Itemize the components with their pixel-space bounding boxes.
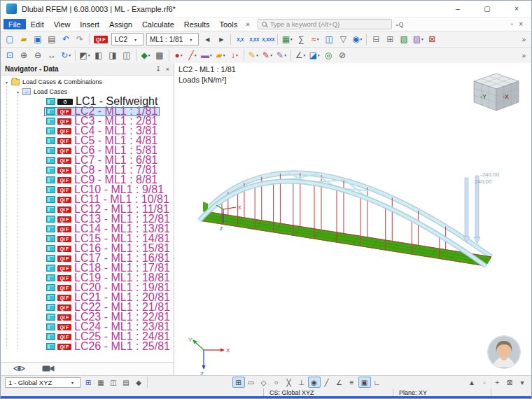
snap-angle-icon[interactable]: ∠ <box>333 377 346 388</box>
visibility-eye-icon[interactable] <box>13 363 25 375</box>
coordinate-system-combobox[interactable]: 1 - Global XYZ ▾ <box>5 377 80 388</box>
menu-file[interactable]: File <box>4 19 26 29</box>
plane-yz-icon[interactable]: ▤ <box>120 377 132 388</box>
more-options-icon[interactable]: ▾ <box>516 377 528 388</box>
open-model-icon[interactable]: ▰ <box>17 33 31 46</box>
camera-views-icon[interactable] <box>42 363 55 375</box>
dock-panel-icon[interactable]: ↧ <box>155 66 161 73</box>
model-viewport[interactable]: -240.00 240.00 X Z X Y <box>174 63 531 375</box>
menu-overflow-chevron[interactable]: » <box>242 20 253 28</box>
new-node-icon[interactable]: ●▾ <box>172 49 186 62</box>
snap-nearest-icon[interactable]: ╱ <box>321 377 333 388</box>
decimals-2-icon[interactable]: X,XX <box>247 33 261 46</box>
grid-view-icon[interactable]: ⊞ <box>383 33 397 46</box>
isometric-view-icon[interactable]: ◩▾ <box>78 49 92 62</box>
zoom-in-icon[interactable]: ⊕ <box>17 49 31 62</box>
results-icon[interactable]: ≈▾ <box>308 33 322 46</box>
box-select-icon[interactable]: ▫ <box>478 377 491 388</box>
collapse-caret-icon[interactable]: ▾ <box>4 80 10 85</box>
sections-icon[interactable]: ⊟ <box>369 33 383 46</box>
zoom-window-icon[interactable]: ⊡ <box>3 49 17 62</box>
user-avatar[interactable] <box>488 336 520 368</box>
next-load-case-button[interactable]: ▶ <box>214 33 228 46</box>
close-panel-icon[interactable]: × <box>166 66 169 73</box>
clipping-icon[interactable]: ⊘ <box>335 49 349 62</box>
edit-red-pencil-icon[interactable]: ✎▾ <box>260 49 274 62</box>
snap-tangent-icon[interactable]: ◉ <box>308 377 321 388</box>
filter-icon[interactable]: ▽ <box>336 33 350 46</box>
close-panel-icon[interactable]: × <box>519 20 523 28</box>
menu-results[interactable]: Results <box>179 19 215 29</box>
zoom-out-icon[interactable]: ⊖ <box>31 49 45 62</box>
float-panel-icon[interactable]: ▫ <box>511 20 514 28</box>
menu-calculate[interactable]: Calculate <box>137 19 179 29</box>
toolbar-overflow-chevron[interactable]: » <box>518 52 529 59</box>
display-options-icon[interactable]: ▧ <box>397 33 411 46</box>
menu-view[interactable]: View <box>49 19 76 29</box>
tree-node-load-cases[interactable]: ▾ Load Cases <box>1 87 174 97</box>
previous-load-case-button[interactable]: ◀ <box>200 33 214 46</box>
object-snap-icon[interactable]: ▣ <box>358 377 371 388</box>
decimals-3-icon[interactable]: X,XXX <box>261 33 275 46</box>
grid-settings-icon[interactable]: ▦ <box>94 377 107 388</box>
rotate-view-icon[interactable]: ↻▾ <box>59 49 73 62</box>
undo-icon[interactable]: ↶ <box>59 33 73 46</box>
new-member-icon[interactable]: ▬▾ <box>200 49 214 62</box>
load-case-combobox[interactable]: LC2 ▾ <box>111 33 144 46</box>
load-case-row[interactable]: QI FLC26 - ML1 : 25/81 <box>1 342 174 351</box>
menu-edit[interactable]: Edit <box>26 19 49 29</box>
view-z-icon[interactable]: ◫ <box>120 49 134 62</box>
snap-perpendicular-icon[interactable]: ⊥ <box>295 377 308 388</box>
decimals-1-icon[interactable]: X,X <box>233 33 247 46</box>
visibility-icon[interactable]: ◉▾ <box>350 33 364 46</box>
visibility-mode-icon[interactable]: ◎ <box>321 49 335 62</box>
ortho-mode-icon[interactable]: ∟ <box>371 377 384 388</box>
new-line-icon[interactable]: ╱▾ <box>186 49 200 62</box>
tables-icon[interactable]: ▦▾ <box>280 33 294 46</box>
snap-center-icon[interactable]: ○ <box>270 377 283 388</box>
notes-icon[interactable]: ▨▾ <box>411 33 425 46</box>
snap-midpoint-icon[interactable]: ◇ <box>258 377 270 388</box>
toolbar-overflow-chevron[interactable]: » <box>518 36 529 43</box>
tree-node-load-cases-combinations[interactable]: ▾ Load Cases & Combinations <box>1 77 174 87</box>
new-surface-icon[interactable]: ▰▾ <box>214 49 227 62</box>
view-y-icon[interactable]: ◨ <box>106 49 120 62</box>
navigation-cube[interactable]: -Y -X <box>461 70 526 120</box>
pan-view-icon[interactable]: ↔ <box>45 49 59 62</box>
guidelines-icon[interactable]: ≡ <box>346 377 358 388</box>
work-plane-icon[interactable]: ⊞ <box>82 377 94 388</box>
section-icon[interactable]: ◪▾ <box>307 49 321 62</box>
menu-assign[interactable]: Assign <box>104 19 137 29</box>
load-table-icon[interactable]: ◫ <box>322 33 336 46</box>
print-icon[interactable]: ▤ <box>45 33 59 46</box>
save-model-icon[interactable]: ▣ <box>31 33 45 46</box>
view-x-icon[interactable]: ◧ <box>92 49 106 62</box>
collapse-caret-icon[interactable]: ▾ <box>15 90 21 94</box>
search-box[interactable] <box>258 19 392 29</box>
moving-load-combobox[interactable]: ML1 : 1/81 ▾ <box>146 33 199 46</box>
lock-view-icon[interactable]: ⊠ <box>503 377 516 388</box>
redo-icon[interactable]: ↷ <box>73 33 87 46</box>
close-button[interactable]: × <box>502 1 531 17</box>
menu-tools[interactable]: Tools <box>214 19 242 29</box>
calculation-icon[interactable]: ∑ <box>294 33 308 46</box>
display-properties-icon[interactable]: ▩ <box>153 49 167 62</box>
select-mode-icon[interactable]: ▲ <box>465 377 478 388</box>
minimize-button[interactable]: – <box>443 1 472 17</box>
search-options-icon[interactable]: =Q <box>396 21 404 28</box>
move-mode-icon[interactable]: ＋ <box>491 377 503 388</box>
measure-icon[interactable]: ∠▾ <box>293 49 307 62</box>
snap-grid-icon[interactable]: ⊞ <box>232 377 245 388</box>
snap-endpoint-icon[interactable]: ▭ <box>245 377 258 388</box>
maximize-button[interactable]: ▢ <box>472 1 502 17</box>
render-mode-icon[interactable]: ◆▾ <box>139 49 153 62</box>
edit-purple-pencil-icon[interactable]: ✎▾ <box>274 49 288 62</box>
snap-intersection-icon[interactable]: ╳ <box>283 377 295 388</box>
edit-yellow-pencil-icon[interactable]: ✎▾ <box>246 49 260 62</box>
new-model-icon[interactable]: ▢ <box>3 33 17 46</box>
search-input[interactable] <box>270 20 388 28</box>
menu-insert[interactable]: Insert <box>75 19 104 29</box>
new-load-icon[interactable]: ↓▾ <box>227 49 241 62</box>
origin-icon[interactable]: ◆ <box>132 377 145 388</box>
plane-xy-icon[interactable]: ◫ <box>107 377 120 388</box>
